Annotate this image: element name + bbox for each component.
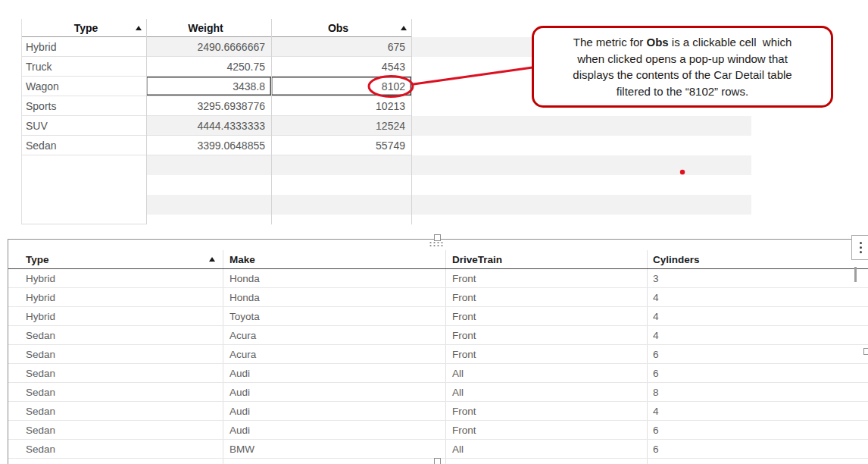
detail-cell-type[interactable]: Sedan (8, 383, 223, 401)
summary-cell-obs[interactable]: 8102 (271, 77, 411, 96)
summary-cell-type[interactable]: SUV (21, 116, 146, 136)
sort-ascending-icon (136, 26, 142, 30)
detail-cell-make[interactable]: BMW (223, 440, 445, 458)
detail-cell-drivetrain[interactable]: Front (445, 269, 647, 287)
summary-header-type[interactable]: Type (21, 19, 146, 37)
summary-cell-weight[interactable]: 3438.8 (146, 77, 271, 96)
summary-cell-obs[interactable]: 55749 (271, 136, 411, 155)
detail-table-row[interactable]: SedanAcuraFront4 (8, 326, 868, 345)
detail-header-drivetrain[interactable]: DriveTrain (445, 250, 647, 268)
callout-line: when clicked opens a pop-up window that (577, 51, 788, 67)
summary-empty-cell (271, 175, 411, 195)
summary-cell-weight[interactable]: 3399.0648855 (146, 136, 271, 155)
car-detail-table-panel[interactable]: Type Make DriveTrain Cylinders HybridHon… (8, 239, 868, 464)
detail-cell-make[interactable]: Audi (223, 364, 445, 382)
detail-cell-drivetrain[interactable]: All (445, 364, 647, 382)
resize-handle-top[interactable] (434, 234, 441, 241)
detail-cell-make[interactable]: Toyota (223, 307, 445, 325)
detail-table-row[interactable]: SedanAcuraFront6 (8, 345, 868, 364)
detail-cell-type[interactable]: Hybrid (8, 269, 223, 287)
detail-table-row[interactable]: SedanAudiAll6 (8, 364, 868, 383)
summary-cell-type[interactable]: Wagon (21, 77, 146, 96)
detail-cell-drivetrain[interactable]: Front (445, 345, 647, 363)
detail-cell-cylinders[interactable]: 6 (647, 345, 868, 363)
detail-table-row[interactable]: HybridToyotaFront4 (8, 307, 868, 326)
kebab-icon (860, 242, 862, 244)
detail-cell-drivetrain[interactable]: Front (445, 307, 647, 325)
summary-cell-obs[interactable]: 4543 (271, 57, 411, 77)
summary-cell-weight[interactable]: 4250.75 (146, 57, 271, 77)
callout-bold-text: Obs (646, 36, 668, 49)
detail-cell-drivetrain[interactable]: Front (445, 421, 647, 439)
summary-header-obs[interactable]: Obs (271, 19, 411, 37)
callout-line: displays the contents of the Car Detail … (573, 67, 792, 83)
detail-table-row[interactable]: SedanAudiAll8 (8, 383, 868, 402)
detail-cell-type[interactable]: Sedan (8, 345, 223, 363)
detail-cell-make[interactable]: Audi (223, 383, 445, 401)
detail-cell-make[interactable]: Honda (223, 288, 445, 306)
callout-text: when clicked opens a pop-up window that (577, 52, 788, 65)
detail-cell-cylinders[interactable]: 4 (647, 288, 868, 306)
detail-cell-cylinders[interactable]: 4 (647, 307, 868, 325)
callout-text: The metric for (573, 36, 647, 49)
detail-cell-make[interactable]: Honda (223, 269, 445, 287)
summary-cell-obs[interactable]: 12524 (271, 116, 411, 136)
detail-header-cylinders[interactable]: Cylinders (647, 250, 868, 268)
vertical-scrollbar-thumb[interactable] (854, 267, 857, 282)
summary-cell-weight[interactable]: 2490.6666667 (146, 37, 271, 57)
resize-handle-right[interactable] (863, 348, 868, 355)
summary-cell-weight[interactable]: 4444.4333333 (146, 116, 271, 136)
detail-cell-type[interactable]: Sedan (8, 364, 223, 382)
detail-cell-type[interactable]: Hybrid (8, 307, 223, 325)
detail-cell-make[interactable]: Acura (223, 345, 445, 363)
detail-header-make[interactable]: Make (223, 250, 445, 268)
summary-cell-weight[interactable]: 3295.6938776 (146, 96, 271, 116)
summary-cell-type[interactable]: Truck (21, 57, 146, 77)
callout-text: is a clickable cell which (669, 36, 792, 49)
detail-cell-cylinders[interactable]: 4 (647, 402, 868, 420)
detail-cell-type[interactable]: Sedan (8, 440, 223, 458)
detail-cell-cylinders[interactable]: 4 (647, 326, 868, 344)
detail-table-row[interactable]: HybridHondaFront3 (8, 269, 868, 288)
detail-table-row[interactable]: SedanAudiFront6 (8, 421, 868, 440)
detail-table-row[interactable]: SedanBMWAll6 (8, 440, 868, 459)
summary-empty-cell (21, 175, 146, 195)
table-bottom-border (21, 224, 147, 224)
detail-cell-type[interactable]: Sedan (8, 326, 223, 344)
summary-empty-row (21, 155, 751, 175)
kebab-icon (860, 251, 862, 253)
detail-cell-cylinders[interactable]: 8 (647, 383, 868, 401)
detail-cell-drivetrain[interactable]: Front (445, 326, 647, 344)
resize-handle-bottom[interactable] (434, 458, 441, 464)
summary-table-row: Sedan3399.064885555749 (21, 136, 751, 155)
summary-cell-type[interactable]: Sports (21, 96, 146, 116)
detail-cell-drivetrain[interactable]: All (445, 383, 647, 401)
detail-table-header-row: Type Make DriveTrain Cylinders (8, 250, 868, 269)
detail-header-type[interactable]: Type (8, 250, 223, 268)
detail-cell-drivetrain[interactable]: Front (445, 288, 647, 306)
detail-cell-drivetrain[interactable]: Front (445, 402, 647, 420)
detail-cell-cylinders[interactable]: 6 (647, 440, 868, 458)
detail-cell-drivetrain[interactable]: All (445, 440, 647, 458)
summary-cell-obs[interactable]: 10213 (271, 96, 411, 116)
detail-cell-make[interactable]: Acura (223, 326, 445, 344)
summary-cell-type[interactable]: Hybrid (21, 37, 146, 57)
detail-cell-type[interactable]: Sedan (8, 402, 223, 420)
summary-empty-row (21, 195, 751, 215)
detail-cell-make[interactable]: Audi (223, 402, 445, 420)
summary-cell-type[interactable]: Sedan (21, 136, 146, 155)
summary-header-weight[interactable]: Weight (146, 19, 271, 37)
detail-cell-type[interactable]: Hybrid (8, 288, 223, 306)
detail-cell-cylinders[interactable]: 6 (647, 364, 868, 382)
summary-empty-cell (146, 195, 271, 215)
object-menu-button[interactable] (851, 235, 868, 260)
detail-table-row[interactable]: HybridHondaFront4 (8, 288, 868, 307)
detail-table-row[interactable]: SedanAudiFront4 (8, 402, 868, 421)
detail-cell-type[interactable]: Sedan (8, 421, 223, 439)
detail-cell-cylinders[interactable]: 6 (647, 421, 868, 439)
summary-empty-cell (271, 195, 411, 215)
detail-cell-make[interactable]: Audi (223, 421, 445, 439)
summary-cell-obs[interactable]: 675 (271, 37, 411, 57)
drag-handle-icon[interactable] (429, 241, 444, 247)
detail-cell-cylinders[interactable]: 3 (647, 269, 868, 287)
